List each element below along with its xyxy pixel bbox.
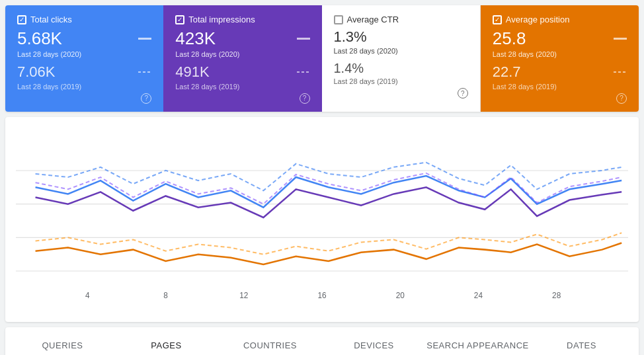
metric-position-header: Average position [493,15,627,24]
metric-ctr-header: Average CTR [334,15,468,24]
impressions-checkbox[interactable] [175,15,184,24]
tab-dates[interactable]: DATES [530,327,633,355]
svg-text:16: 16 [317,290,326,299]
tab-devices[interactable]: DEVICES [322,327,426,355]
impressions-period-2019: Last 28 days (2019) [175,83,309,91]
ctr-value-2019: 1.4% [334,60,364,76]
metric-clicks[interactable]: Total clicks 5.68K Last 28 days (2020) 7… [5,5,163,112]
ctr-help-icon[interactable]: ? [458,88,468,99]
impressions-line-2020 [297,38,310,40]
position-value-2020: 25.8 [493,28,526,49]
position-line-2019 [614,71,627,73]
position-label: Average position [506,15,570,24]
position-line-2020 [614,38,627,40]
impressions-period-2020: Last 28 days (2020) [175,50,309,58]
ctr-period-2019: Last 28 days (2019) [334,77,468,85]
impressions-value-2020: 423K [175,28,216,49]
metrics-bar: Total clicks 5.68K Last 28 days (2020) 7… [5,5,639,112]
impressions-help-icon[interactable]: ? [300,93,310,104]
clicks-value-2020: 5.68K [17,28,62,49]
metric-impressions-header: Total impressions [175,15,309,24]
svg-text:12: 12 [239,290,248,299]
position-checkbox[interactable] [493,15,502,24]
tab-queries[interactable]: QUERIES [11,327,114,355]
svg-text:4: 4 [85,290,90,299]
tab-pages[interactable]: PAGES [114,327,218,355]
svg-text:28: 28 [552,290,561,299]
clicks-period-2020: Last 28 days (2020) [17,50,151,58]
clicks-line-2019 [138,71,151,73]
chart-svg: 4 8 12 16 20 24 28 [16,130,628,311]
impressions-label: Total impressions [188,15,255,24]
clicks-label: Total clicks [30,15,72,24]
position-period-2020: Last 28 days (2020) [493,50,627,58]
position-value-2019: 22.7 [493,63,521,81]
position-period-2019: Last 28 days (2019) [493,83,627,91]
impressions-line-2019 [297,71,310,73]
impressions-value-2019: 491K [175,63,209,81]
metric-clicks-header: Total clicks [17,15,151,24]
tab-search-appearance[interactable]: SEARCH APPEARANCE [426,327,530,355]
ctr-checkbox[interactable] [334,15,343,24]
position-help-icon[interactable]: ? [616,93,627,104]
clicks-value-2019: 7.06K [17,63,56,81]
clicks-line-2020 [138,38,151,40]
metric-impressions[interactable]: Total impressions 423K Last 28 days (202… [163,5,321,112]
ctr-label: Average CTR [347,15,399,24]
clicks-period-2019: Last 28 days (2019) [17,83,151,91]
svg-text:20: 20 [396,290,405,299]
clicks-checkbox[interactable] [17,15,26,24]
metric-ctr[interactable]: Average CTR 1.3% Last 28 days (2020) 1.4… [322,5,481,112]
ctr-period-2020: Last 28 days (2020) [334,47,468,55]
chart-container: 4 8 12 16 20 24 28 [5,117,639,322]
tab-countries[interactable]: COUNTRIES [218,327,322,355]
metric-position[interactable]: Average position 25.8 Last 28 days (2020… [481,5,639,112]
svg-text:24: 24 [474,290,483,299]
main-container: Total clicks 5.68K Last 28 days (2020) 7… [0,5,644,355]
tabs-bar: QUERIES PAGES COUNTRIES DEVICES SEARCH A… [5,327,639,355]
svg-text:8: 8 [163,290,168,299]
clicks-help-icon[interactable]: ? [141,93,151,104]
ctr-value-2020: 1.3% [334,28,367,46]
